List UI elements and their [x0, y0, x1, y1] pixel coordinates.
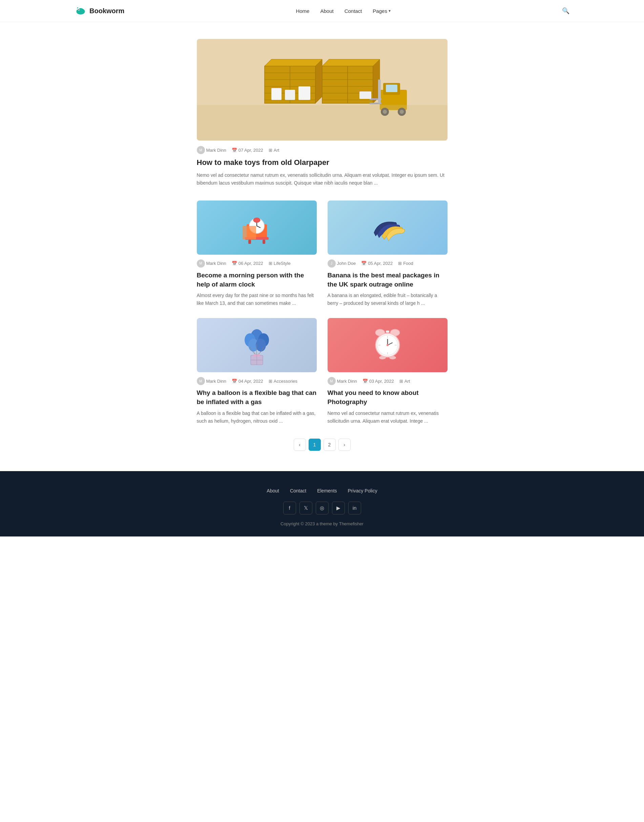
linkedin-icon: in	[353, 505, 357, 511]
svg-point-55	[253, 354, 257, 357]
svg-point-56	[257, 354, 260, 357]
banana-svg	[365, 209, 409, 246]
svg-rect-16	[299, 86, 310, 100]
footer-link-elements[interactable]: Elements	[317, 488, 337, 493]
post-2-author: M Mark Dinn	[197, 377, 226, 385]
svg-rect-28	[386, 85, 397, 92]
logo-icon	[75, 5, 87, 17]
footer-nav: About Contact Elements Privacy Policy	[7, 488, 637, 493]
next-page-btn[interactable]: ›	[339, 439, 351, 451]
pagination: ‹ 1 2 ›	[197, 439, 448, 451]
author-avatar-2: M	[197, 377, 205, 385]
site-header: Bookworm Home About Contact Pages ▾ 🔍	[0, 0, 644, 22]
post-excerpt-1: A banana is an elongated, edible fruit –…	[328, 292, 448, 307]
post-card-2: M Mark Dinn 📅 04 Apr, 2022 ⊞ Accessories…	[197, 318, 317, 425]
footer-link-about[interactable]: About	[267, 488, 279, 493]
post-excerpt-0: Almost every day for the past nine or so…	[197, 292, 317, 307]
calendar-icon-1: 📅	[361, 261, 366, 266]
post-3-author: M Mark Dinn	[328, 377, 357, 385]
calendar-icon: 📅	[232, 148, 237, 153]
nav-pages-dropdown[interactable]: Pages ▾	[373, 8, 391, 14]
post-image-3	[328, 318, 448, 372]
author-avatar: M	[197, 146, 205, 154]
svg-point-51	[256, 339, 266, 352]
category-icon-1: ⊞	[398, 261, 402, 266]
nav-about[interactable]: About	[320, 8, 333, 14]
prev-page-btn[interactable]: ‹	[294, 439, 306, 451]
author-avatar-0: M	[197, 259, 205, 268]
instagram-button[interactable]: ◎	[316, 502, 329, 514]
svg-point-3	[78, 9, 79, 10]
twitter-icon: 𝕏	[304, 505, 308, 511]
category-icon-3: ⊞	[399, 379, 403, 384]
post-meta-3: M Mark Dinn 📅 03 Apr, 2022 ⊞ Art	[328, 377, 448, 385]
clock-image	[328, 318, 448, 372]
site-logo[interactable]: Bookworm	[75, 5, 124, 17]
social-links: f 𝕏 ◎ ▶ in	[7, 502, 637, 514]
search-button[interactable]: 🔍	[562, 7, 569, 15]
youtube-button[interactable]: ▶	[332, 502, 345, 514]
svg-rect-36	[359, 92, 371, 99]
post-3-date: 📅 03 Apr, 2022	[362, 379, 394, 384]
calendar-icon-0: 📅	[232, 261, 237, 266]
svg-marker-13	[315, 59, 322, 103]
post-excerpt-2: A balloon is a flexible bag that can be …	[197, 409, 317, 425]
featured-date: 📅 07 Apr, 2022	[232, 148, 263, 153]
post-1-date: 📅 05 Apr, 2022	[361, 261, 393, 266]
featured-author: M Mark Dinn	[197, 146, 226, 154]
post-meta-0: M Mark Dinn 📅 06 Apr, 2022 ⊞ LifeStyle	[197, 259, 317, 268]
page-1-btn[interactable]: 1	[309, 439, 321, 451]
nav-pages-label[interactable]: Pages	[373, 8, 387, 14]
post-0-category: ⊞ LifeStyle	[268, 261, 291, 266]
post-title-2[interactable]: Why a balloon is a flexible bag that can…	[197, 389, 317, 406]
post-0-date: 📅 06 Apr, 2022	[232, 261, 263, 266]
alarm-image	[197, 201, 317, 255]
post-title-1[interactable]: Banana is the best meal packages in the …	[328, 271, 448, 289]
post-title-3[interactable]: What you need to know about Photography	[328, 389, 448, 406]
post-0-author: M Mark Dinn	[197, 259, 226, 268]
svg-rect-14	[271, 88, 282, 100]
calendar-icon-3: 📅	[362, 379, 368, 384]
facebook-icon: f	[289, 505, 290, 511]
copyright-text: Copyright © 2023 a theme by Themefisher	[7, 521, 637, 526]
post-image-1	[328, 201, 448, 255]
post-image-0	[197, 201, 317, 255]
footer-link-privacy[interactable]: Privacy Policy	[348, 488, 377, 493]
logo-text: Bookworm	[89, 7, 124, 15]
post-image-2	[197, 318, 317, 372]
nav-home[interactable]: Home	[296, 8, 309, 14]
svg-marker-12	[265, 59, 322, 66]
post-title-0[interactable]: Become a morning person with the help of…	[197, 271, 317, 289]
clock-svg	[367, 323, 408, 367]
featured-image-svg	[197, 39, 448, 141]
post-meta-2: M Mark Dinn 📅 04 Apr, 2022 ⊞ Accessories	[197, 377, 317, 385]
post-card-0: M Mark Dinn 📅 06 Apr, 2022 ⊞ LifeStyle B…	[197, 201, 317, 307]
svg-marker-24	[322, 59, 380, 66]
alarm-svg	[236, 207, 277, 248]
post-3-category: ⊞ Art	[399, 379, 410, 384]
svg-rect-37	[197, 105, 448, 141]
nav-contact[interactable]: Contact	[345, 8, 362, 14]
facebook-button[interactable]: f	[283, 502, 296, 514]
featured-post-meta: M Mark Dinn 📅 07 Apr, 2022 ⊞ Art	[197, 146, 448, 154]
featured-post: M Mark Dinn 📅 07 Apr, 2022 ⊞ Art How to …	[197, 39, 448, 187]
featured-post-image	[197, 39, 448, 141]
main-content: M Mark Dinn 📅 07 Apr, 2022 ⊞ Art How to …	[190, 22, 454, 471]
author-avatar-1: J	[328, 259, 336, 268]
svg-point-68	[386, 344, 389, 346]
category-icon: ⊞	[268, 148, 272, 153]
balloon-svg	[236, 321, 277, 369]
post-2-date: 📅 04 Apr, 2022	[232, 379, 263, 384]
page-2-btn[interactable]: 2	[324, 439, 336, 451]
search-icon: 🔍	[562, 8, 569, 14]
svg-point-69	[379, 356, 386, 359]
linkedin-button[interactable]: in	[348, 502, 361, 514]
featured-category: ⊞ Art	[268, 148, 279, 153]
featured-post-title[interactable]: How to make toys from old Olarpaper	[197, 158, 448, 168]
twitter-button[interactable]: 𝕏	[299, 502, 312, 514]
calendar-icon-2: 📅	[232, 379, 237, 384]
footer-link-contact[interactable]: Contact	[290, 488, 306, 493]
svg-rect-35	[378, 80, 381, 103]
svg-rect-15	[285, 90, 295, 100]
balloon-image	[197, 318, 317, 372]
